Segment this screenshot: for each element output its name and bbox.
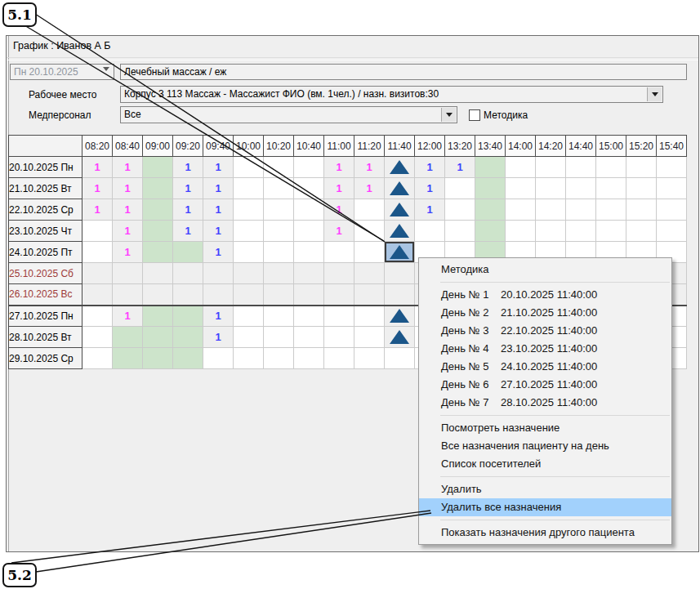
grid-cell[interactable] (234, 221, 264, 242)
grid-cell-selected[interactable] (385, 242, 415, 263)
grid-cell[interactable] (385, 199, 415, 221)
grid-cell[interactable] (354, 263, 385, 284)
grid-cell[interactable]: 1 (113, 199, 143, 221)
grid-cell[interactable] (324, 327, 354, 348)
grid-cell[interactable] (234, 157, 264, 178)
grid-cell[interactable] (445, 199, 475, 221)
grid-cell[interactable] (82, 327, 113, 348)
grid-cell[interactable] (143, 221, 173, 242)
grid-cell[interactable] (234, 263, 264, 284)
menu-item[interactable]: Список посетителей (419, 455, 671, 473)
grid-cell[interactable] (354, 221, 385, 242)
grid-cell[interactable] (324, 306, 354, 327)
grid-cell[interactable] (385, 306, 415, 327)
grid-cell[interactable] (596, 199, 626, 221)
grid-cell[interactable] (324, 242, 354, 263)
grid-cell[interactable] (294, 284, 324, 306)
grid-cell[interactable] (626, 157, 657, 178)
chevron-down-icon[interactable] (103, 69, 110, 80)
grid-cell[interactable] (596, 157, 626, 178)
grid-cell[interactable] (354, 284, 385, 306)
grid-cell[interactable] (173, 242, 203, 263)
grid-cell[interactable]: 1 (445, 157, 475, 178)
grid-cell[interactable] (294, 178, 324, 199)
grid-cell[interactable] (536, 178, 566, 199)
menu-item[interactable]: Показать назначения другого пациента (419, 524, 671, 542)
grid-cell[interactable]: 1 (415, 178, 445, 199)
grid-cell[interactable] (294, 199, 324, 221)
grid-cell[interactable]: 1 (354, 178, 385, 199)
grid-cell[interactable]: 1 (82, 178, 113, 199)
date-combobox[interactable]: Пн 20.10.2025 (10, 64, 114, 80)
grid-cell[interactable] (536, 221, 566, 242)
grid-cell[interactable] (294, 221, 324, 242)
menu-item[interactable]: Удалить все назначения (419, 498, 671, 516)
grid-cell[interactable] (82, 242, 113, 263)
menu-item[interactable]: День № 524.10.2025 11:40:00 (419, 358, 671, 376)
methodology-checkbox[interactable] (469, 109, 480, 121)
grid-cell[interactable] (294, 348, 324, 369)
grid-cell[interactable] (173, 348, 203, 369)
grid-cell[interactable] (506, 157, 536, 178)
grid-cell[interactable] (234, 348, 264, 369)
grid-cell[interactable] (415, 221, 445, 242)
grid-cell[interactable] (143, 242, 173, 263)
chevron-down-icon[interactable] (647, 87, 662, 101)
grid-cell[interactable] (475, 178, 506, 199)
grid-cell[interactable] (657, 157, 687, 178)
grid-cell[interactable] (657, 178, 687, 199)
grid-cell[interactable] (173, 284, 203, 306)
grid-cell[interactable] (354, 306, 385, 327)
grid-cell[interactable]: 1 (82, 157, 113, 178)
grid-cell[interactable] (143, 348, 173, 369)
grid-cell[interactable] (324, 263, 354, 284)
grid-cell[interactable] (354, 242, 385, 263)
grid-cell[interactable] (82, 263, 113, 284)
grid-cell[interactable] (234, 242, 264, 263)
grid-cell[interactable] (506, 178, 536, 199)
grid-cell[interactable] (354, 327, 385, 348)
grid-cell[interactable] (173, 327, 203, 348)
grid-cell[interactable] (566, 221, 596, 242)
grid-cell[interactable] (82, 306, 113, 327)
grid-cell[interactable] (264, 263, 294, 284)
grid-cell[interactable] (234, 284, 264, 306)
grid-cell[interactable]: 1 (173, 157, 203, 178)
grid-cell[interactable] (173, 306, 203, 327)
grid-cell[interactable]: 1 (173, 199, 203, 221)
grid-cell[interactable] (234, 178, 264, 199)
grid-cell[interactable] (113, 284, 143, 306)
grid-cell[interactable] (566, 178, 596, 199)
grid-cell[interactable] (657, 221, 687, 242)
grid-cell[interactable]: 1 (113, 306, 143, 327)
grid-cell[interactable]: 1 (173, 221, 203, 242)
grid-cell[interactable] (264, 221, 294, 242)
grid-cell[interactable] (506, 199, 536, 221)
menu-item[interactable]: День № 627.10.2025 11:40:00 (419, 376, 671, 394)
grid-cell[interactable] (113, 263, 143, 284)
grid-cell[interactable]: 1 (324, 178, 354, 199)
grid-cell[interactable]: 1 (82, 199, 113, 221)
grid-cell[interactable] (264, 178, 294, 199)
grid-cell[interactable] (385, 178, 415, 199)
grid-cell[interactable] (143, 327, 173, 348)
menu-item[interactable]: День № 221.10.2025 11:40:00 (419, 304, 671, 322)
grid-cell[interactable] (113, 327, 143, 348)
workplace-combobox[interactable]: Корпус 3 113 Массаж - Массажист ФИО (вм.… (120, 86, 663, 103)
grid-cell[interactable]: 1 (324, 199, 354, 221)
grid-cell[interactable] (234, 306, 264, 327)
grid-cell[interactable] (143, 178, 173, 199)
grid-cell[interactable] (264, 242, 294, 263)
grid-cell[interactable] (475, 221, 506, 242)
grid-cell[interactable] (324, 348, 354, 369)
menu-item[interactable]: Все назначения пациенту на день (419, 437, 671, 455)
grid-cell[interactable] (82, 221, 113, 242)
grid-cell[interactable] (143, 157, 173, 178)
grid-cell[interactable] (234, 199, 264, 221)
grid-cell[interactable]: 1 (203, 327, 234, 348)
grid-cell[interactable] (445, 221, 475, 242)
grid-cell[interactable]: 1 (113, 242, 143, 263)
grid-cell[interactable]: 1 (113, 157, 143, 178)
chevron-down-icon[interactable] (441, 108, 456, 122)
grid-cell[interactable] (143, 284, 173, 306)
